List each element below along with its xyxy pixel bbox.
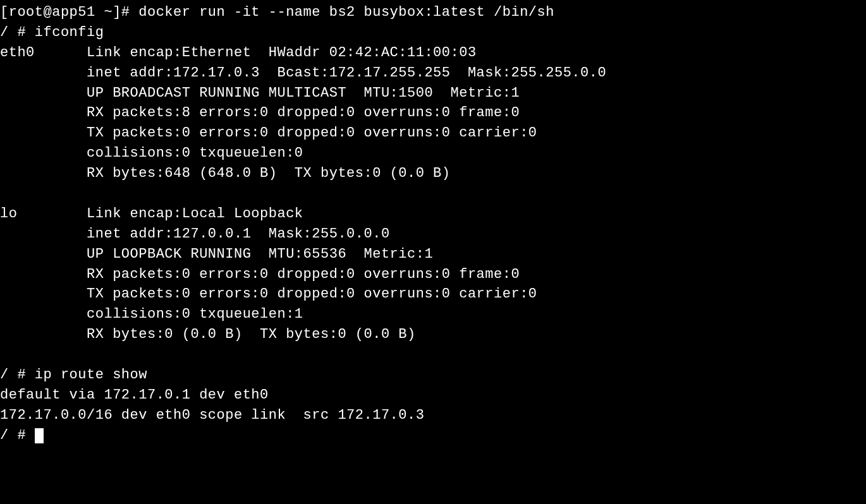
command-line-ip-route: / # ip route show — [0, 367, 147, 383]
command-line-ifconfig: / # ifconfig — [0, 25, 104, 40]
ip-route-default: default via 172.17.0.1 dev eth0 — [0, 387, 269, 403]
ifconfig-eth0-rx-packets: RX packets:8 errors:0 dropped:0 overruns… — [0, 105, 520, 121]
ifconfig-lo-tx-packets: TX packets:0 errors:0 dropped:0 overruns… — [0, 286, 537, 302]
ifconfig-eth0-header: eth0 Link encap:Ethernet HWaddr 02:42:AC… — [0, 45, 477, 61]
command-line-docker-run: [root@app51 ~]# docker run -it --name bs… — [0, 4, 554, 20]
prompt-current: / # — [0, 428, 35, 443]
ifconfig-eth0-tx-packets: TX packets:0 errors:0 dropped:0 overruns… — [0, 125, 537, 141]
ifconfig-eth0-bytes: RX bytes:648 (648.0 B) TX bytes:0 (0.0 B… — [0, 165, 451, 181]
ifconfig-lo-bytes: RX bytes:0 (0.0 B) TX bytes:0 (0.0 B) — [0, 327, 416, 342]
ifconfig-lo-header: lo Link encap:Local Loopback — [0, 206, 303, 222]
ifconfig-lo-flags: UP LOOPBACK RUNNING MTU:65536 Metric:1 — [0, 246, 433, 262]
ip-route-subnet: 172.17.0.0/16 dev eth0 scope link src 17… — [0, 407, 424, 423]
ifconfig-lo-inet: inet addr:127.0.0.1 Mask:255.0.0.0 — [0, 226, 390, 242]
terminal-output[interactable]: [root@app51 ~]# docker run -it --name bs… — [0, 3, 866, 446]
ifconfig-lo-collisions: collisions:0 txqueuelen:1 — [0, 306, 303, 322]
ifconfig-lo-rx-packets: RX packets:0 errors:0 dropped:0 overruns… — [0, 267, 520, 282]
ifconfig-eth0-collisions: collisions:0 txqueuelen:0 — [0, 145, 303, 161]
cursor-icon — [35, 428, 44, 443]
ifconfig-eth0-flags: UP BROADCAST RUNNING MULTICAST MTU:1500 … — [0, 85, 520, 101]
ifconfig-eth0-inet: inet addr:172.17.0.3 Bcast:172.17.255.25… — [0, 65, 606, 81]
